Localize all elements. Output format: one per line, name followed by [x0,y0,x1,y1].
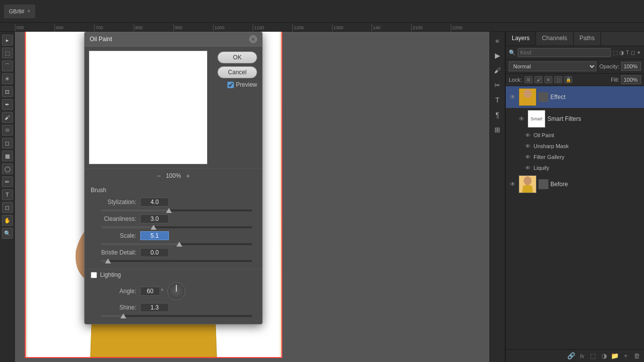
link-button[interactable]: 🔗 [567,352,576,361]
lock-all-icon[interactable]: 🔒 [564,76,572,83]
scale-slider-track[interactable] [101,243,252,245]
opacity-input[interactable] [621,62,641,71]
layers-search-input[interactable] [518,48,611,57]
channels-tab[interactable]: Channels [536,32,574,46]
eraser-tool[interactable]: ◻ [2,138,13,149]
document-tab[interactable]: GB/8# × [4,4,35,18]
stylization-input[interactable] [140,198,169,207]
hand-tool[interactable]: ✋ [2,215,13,226]
sf-vis-liquify[interactable]: 👁 [524,164,532,172]
layer-visibility-effect[interactable]: 👁 [509,93,517,101]
tab-label: GB/8# [9,8,24,14]
bristle-slider-row [91,259,256,265]
shine-slider-track[interactable] [101,315,252,317]
fill-input[interactable] [621,75,641,84]
fx-button[interactable]: fx [578,352,587,361]
paragraph-v-btn[interactable]: ¶ [491,109,503,121]
layer-item-smart-filters[interactable]: 👁 Smart Smart Filters [506,108,644,130]
collapse-btn[interactable]: « [491,35,503,47]
sf-vis-gallery[interactable]: 👁 [524,153,532,161]
layers-blend-row: Normal Multiply Screen Opacity: [506,59,644,74]
paths-tab[interactable]: Paths [574,32,601,46]
new-layer-button[interactable]: + [621,352,630,361]
opacity-label: Opacity: [599,63,619,69]
filter-adj-icon[interactable]: ◑ [619,50,624,56]
cleanliness-row: Cleanliness: [91,214,256,223]
type-v-btn[interactable]: T [491,94,503,106]
cancel-button[interactable]: Cancel [217,66,257,78]
clone-v-btn[interactable]: ✂ [491,79,503,91]
sf-vis-oil[interactable]: 👁 [524,131,532,139]
smart-filter-oil-paint[interactable]: 👁 Oil Paint [506,130,644,141]
layer-visibility-before[interactable]: 👁 [509,180,517,188]
type-tool[interactable]: T [2,189,13,200]
zoom-tool[interactable]: 🔍 [2,228,13,239]
bristle-input[interactable] [140,248,169,257]
select-tool[interactable]: ⬚ [2,48,13,58]
preview-check-row: Preview [227,81,257,88]
scale-row: Scale: [91,231,256,240]
smart-filter-liquify[interactable]: 👁 Liquify [506,162,644,173]
mask-button[interactable]: ⬚ [589,352,597,361]
cleanliness-slider-track[interactable] [101,226,252,228]
filter-type-icon[interactable]: T [626,50,629,56]
layers-tab[interactable]: Layers [506,32,536,46]
lock-transparent-icon[interactable]: ⊞ [525,76,533,83]
zoom-in-icon[interactable]: + [186,172,190,180]
layer-visibility-smart[interactable]: 👁 [518,115,526,123]
layers-list: 👁 Effect 👁 Smart [506,86,644,349]
zoom-out-icon[interactable]: − [157,172,161,180]
ruler-mark-1300: 1300 [332,24,372,31]
layer-item-effect[interactable]: 👁 Effect [506,86,644,108]
eyedropper-tool[interactable]: ✒ [2,99,13,110]
tab-close-icon[interactable]: × [27,8,30,14]
angle-dial[interactable] [167,282,185,300]
pen-tool[interactable]: ✏ [2,176,13,187]
filter-shape-icon[interactable]: ◻ [631,50,635,56]
oil-paint-dialog[interactable]: Oil Paint × OK Cancel Preview [84,32,263,324]
preview-checkbox[interactable] [227,82,234,88]
right-panels: Layers Channels Paths 🔍 ⬚ ◑ T ◻ ✦ Normal [505,32,644,362]
scale-slider-row [91,242,256,248]
dialog-close-button[interactable]: × [249,35,257,43]
dodge-tool[interactable]: ◯ [2,163,13,174]
angle-input[interactable] [140,287,160,296]
play-btn[interactable]: ▶ [491,50,503,61]
shape-tool[interactable]: ◻ [2,202,13,213]
stylization-slider-track[interactable] [101,209,252,211]
shine-input[interactable] [140,303,169,312]
filter-smart-icon[interactable]: ✦ [637,50,641,56]
lighting-checkbox[interactable] [91,272,97,278]
crop-tool[interactable]: ⊡ [2,86,13,97]
delete-layer-button[interactable]: 🗑 [632,352,641,361]
zoom-row: − 100% + [85,168,262,183]
layer-name-before: Before [550,181,641,188]
lock-paint-icon[interactable]: 🖌 [535,76,542,83]
blend-mode-select[interactable]: Normal Multiply Screen [509,61,596,71]
bristle-slider-track[interactable] [101,260,252,262]
angle-label: Angle: [91,288,140,295]
adjust-button[interactable]: ◑ [599,352,608,361]
scale-input[interactable] [140,231,169,240]
move-tool[interactable]: ▸ [2,35,13,46]
gradient-tool[interactable]: ▦ [2,151,13,161]
fill-label: Fill: [611,77,619,83]
angle-row: Angle: ° [91,282,256,300]
scale-label: Scale: [91,232,140,239]
sf-vis-unsharp[interactable]: 👁 [524,142,532,150]
brush-v-btn[interactable]: 🖌 [491,64,503,76]
magic-wand-tool[interactable]: ✳ [2,73,13,84]
grid-v-btn[interactable]: ⊞ [491,124,503,136]
ok-button[interactable]: OK [217,52,257,63]
lock-artboard-icon[interactable]: ◻ [554,76,562,83]
brush-tool[interactable]: 🖌 [2,112,13,123]
smart-filter-gallery[interactable]: 👁 Filter Gallery [506,152,644,162]
lasso-tool[interactable]: ⌒ [2,60,13,71]
cleanliness-input[interactable] [140,214,169,223]
smart-filter-unsharp[interactable]: 👁 Unsharp Mask [506,141,644,152]
folder-button[interactable]: 📁 [610,352,619,361]
filter-pixel-icon[interactable]: ⬚ [613,50,618,56]
clone-tool[interactable]: ♾ [2,125,13,136]
layer-item-before[interactable]: 👁 Before [506,173,644,195]
lock-position-icon[interactable]: ⊕ [544,76,552,83]
